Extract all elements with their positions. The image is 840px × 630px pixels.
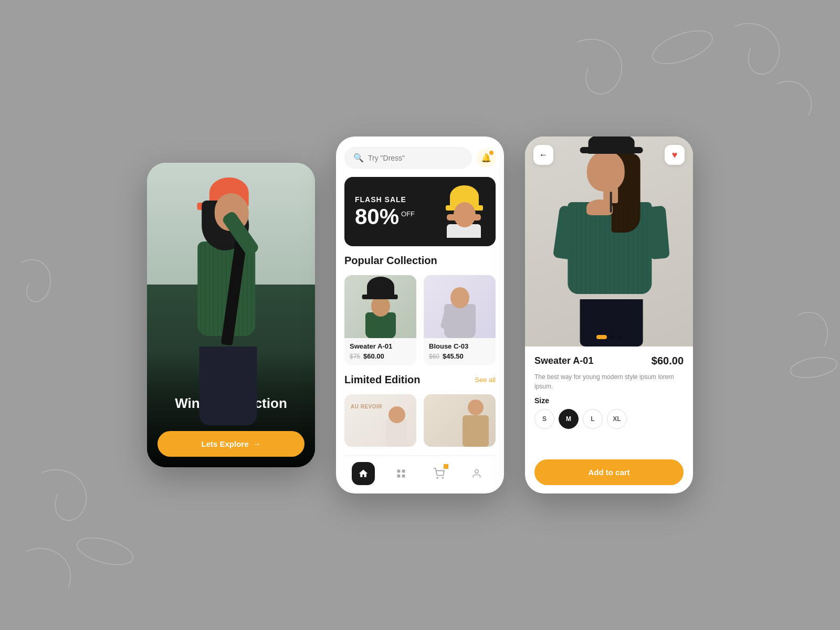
flash-model bbox=[438, 185, 485, 238]
product-description: The best way for young modern style ipsu… bbox=[534, 372, 684, 391]
phone-3-screen: ← ♥ bbox=[525, 136, 693, 494]
flash-percent: 80% bbox=[355, 206, 399, 228]
product-title-row: Sweater A-01 $60.00 bbox=[534, 355, 684, 367]
limited-header: Limited Edition See all bbox=[344, 374, 496, 386]
search-input[interactable] bbox=[368, 154, 463, 162]
product-image-2 bbox=[424, 275, 496, 338]
product-info-2: Blouse C-03 $60 $45.50 bbox=[424, 338, 496, 365]
back-button[interactable]: ← bbox=[533, 145, 553, 165]
svg-rect-5 bbox=[397, 475, 401, 478]
hero-dot-1 bbox=[596, 335, 607, 339]
product-details: Sweater A-01 $60.00 The best way for you… bbox=[525, 346, 693, 494]
size-l[interactable]: L bbox=[583, 409, 603, 429]
size-label: Size bbox=[534, 396, 684, 405]
back-icon: ← bbox=[539, 150, 548, 160]
svg-point-7 bbox=[437, 477, 438, 478]
add-to-cart-button[interactable]: Add to cart bbox=[534, 459, 684, 485]
popular-title: Popular Collection bbox=[344, 255, 496, 267]
size-m[interactable]: M bbox=[559, 409, 579, 429]
explore-button[interactable]: Lets Explore → bbox=[158, 431, 304, 457]
profile-icon bbox=[471, 468, 482, 479]
original-price-1: $75 bbox=[350, 353, 360, 360]
bottom-nav bbox=[344, 455, 496, 494]
flash-off: OFF bbox=[401, 210, 415, 218]
size-s[interactable]: S bbox=[534, 409, 554, 429]
notification-badge bbox=[489, 151, 494, 155]
product-title: Sweater A-01 bbox=[534, 355, 593, 366]
hero-model bbox=[551, 144, 672, 346]
product-name-2: Blouse C-03 bbox=[429, 342, 490, 350]
product-name-1: Sweater A-01 bbox=[350, 342, 411, 350]
hero-dot-3 bbox=[617, 335, 622, 339]
size-section: Size S M L XL bbox=[534, 396, 684, 429]
sale-price-1: $60.00 bbox=[363, 352, 384, 360]
search-icon: 🔍 bbox=[353, 153, 364, 163]
home-icon bbox=[358, 468, 369, 479]
svg-point-9 bbox=[475, 470, 479, 474]
product-prices-2: $60 $45.50 bbox=[429, 352, 490, 360]
flash-label: FLASH SALE bbox=[355, 195, 415, 204]
size-xl[interactable]: XL bbox=[607, 409, 627, 429]
original-price-2: $60 bbox=[429, 353, 439, 360]
product-prices-1: $75 $60.00 bbox=[350, 352, 411, 360]
phone-2-screen: 🔍 🔔 FLASH SALE 80% OFF bbox=[336, 136, 504, 494]
search-row: 🔍 🔔 bbox=[344, 147, 496, 169]
phone-1-screen: Get the best Winter Collection Lets Expl… bbox=[147, 163, 315, 467]
svg-point-0 bbox=[648, 24, 717, 70]
see-all-link[interactable]: See all bbox=[475, 376, 496, 384]
nav-cart[interactable] bbox=[427, 462, 450, 485]
svg-point-8 bbox=[442, 477, 443, 478]
product-price: $60.00 bbox=[652, 355, 684, 367]
cart-badge bbox=[444, 464, 448, 469]
sale-price-2: $45.50 bbox=[443, 352, 464, 360]
hero-dot-2 bbox=[610, 335, 614, 339]
nav-profile[interactable] bbox=[465, 462, 488, 485]
products-grid: Sweater A-01 $75 $60.00 bbox=[344, 275, 496, 365]
product-image-1 bbox=[344, 275, 416, 338]
search-bar[interactable]: 🔍 bbox=[344, 147, 471, 169]
product-card-2[interactable]: Blouse C-03 $60 $45.50 bbox=[424, 275, 496, 365]
limited-grid: AU REVOIR bbox=[344, 394, 496, 447]
product-info-1: Sweater A-01 $75 $60.00 bbox=[344, 338, 416, 365]
flash-text: FLASH SALE 80% OFF bbox=[355, 195, 415, 228]
svg-point-2 bbox=[789, 354, 839, 381]
product-card-1[interactable]: Sweater A-01 $75 $60.00 bbox=[344, 275, 416, 365]
product-hero: ← ♥ bbox=[525, 136, 693, 346]
svg-rect-3 bbox=[397, 470, 401, 473]
svg-rect-6 bbox=[402, 475, 405, 478]
explore-label: Lets Explore bbox=[201, 439, 248, 448]
heart-icon: ♥ bbox=[672, 150, 678, 161]
nav-categories[interactable] bbox=[390, 462, 413, 485]
explore-arrow: → bbox=[253, 439, 261, 448]
grid-icon bbox=[396, 468, 406, 479]
cart-icon bbox=[433, 468, 445, 479]
limited-title: Limited Edition bbox=[344, 374, 420, 386]
svg-rect-4 bbox=[402, 470, 405, 473]
limited-text-1: AU REVOIR bbox=[351, 404, 382, 410]
limited-card-2[interactable] bbox=[424, 394, 496, 447]
flash-sale-banner[interactable]: FLASH SALE 80% OFF bbox=[344, 177, 496, 246]
size-options: S M L XL bbox=[534, 409, 684, 429]
notification-bell[interactable]: 🔔 bbox=[477, 149, 496, 167]
limited-card-1[interactable]: AU REVOIR bbox=[344, 394, 416, 447]
nav-home[interactable] bbox=[352, 462, 375, 485]
svg-point-1 bbox=[74, 533, 136, 570]
hero-dots bbox=[596, 335, 622, 339]
